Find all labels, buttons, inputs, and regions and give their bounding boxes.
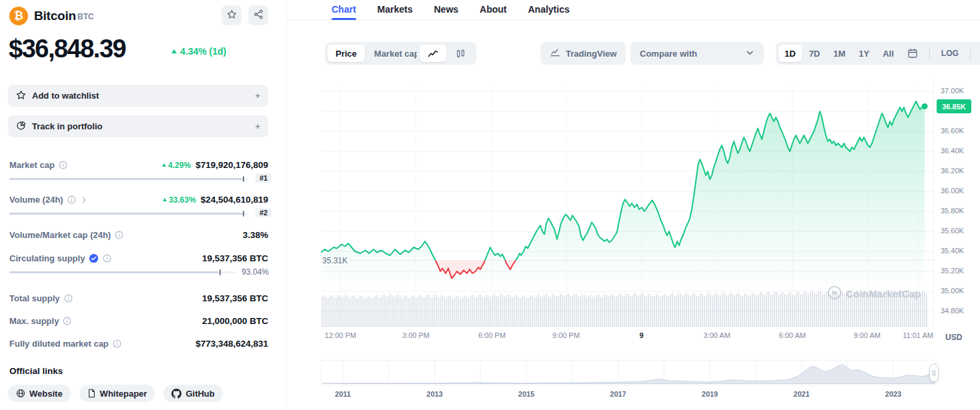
brush-year-tick: 2021 (793, 390, 809, 398)
currency-label: USD (945, 333, 962, 342)
stat-value: 19,537,356 BTC (202, 253, 268, 263)
x-axis-tick: 9:00 AM (854, 331, 881, 339)
tab-markets[interactable]: Markets (378, 0, 413, 20)
watchlist-star-button[interactable] (221, 5, 241, 25)
rank-badge: #1 (256, 173, 272, 183)
tab-chart[interactable]: Chart (332, 0, 356, 20)
github-link[interactable]: GitHub (163, 385, 222, 402)
coin-symbol: BTC (77, 12, 94, 21)
coin-sidebar: ₿ Bitcoin BTC $36,848.39 4.34% (1d) Add … (0, 0, 287, 410)
info-icon (115, 231, 123, 239)
range-1y[interactable]: 1Y (853, 45, 875, 62)
stat-row: Fully diluted market cap$773,348,624,831 (9, 338, 268, 349)
info-icon (64, 294, 73, 303)
bitcoin-logo-icon: ₿ (9, 7, 28, 25)
chart-panel: ChartMarketsNewsAboutAnalytics PriceMark… (287, 0, 980, 410)
y-axis-tick: 35.80K (941, 207, 974, 215)
globe-icon (16, 389, 25, 398)
add-to-watchlist-button[interactable]: Add to watchlist + (8, 85, 268, 107)
calendar-icon (907, 48, 918, 59)
stat-value: $719,920,176,809 (195, 160, 268, 170)
stat-row: Market cap4.29%$719,920,176,809 (9, 159, 268, 171)
stat-label: Volume (24h) (9, 195, 88, 205)
whitepaper-link[interactable]: Whitepaper (79, 385, 155, 402)
brush-year-tick: 2013 (426, 390, 442, 398)
y-axis-tick: 35.20K (941, 267, 974, 275)
brush-handle[interactable] (929, 364, 939, 382)
range-1m[interactable]: 1M (827, 45, 851, 62)
plus-icon: + (255, 121, 260, 131)
x-axis-tick: 3:00 AM (703, 331, 730, 339)
stat-value: 19,537,356 BTC (202, 293, 268, 303)
document-icon (87, 389, 96, 398)
brush-year-tick: 2023 (885, 390, 901, 398)
x-axis-tick: 11:01 AM (903, 331, 933, 339)
official-links-title: Official links (9, 366, 63, 376)
track-in-portfolio-button[interactable]: Track in portfolio + (8, 115, 268, 137)
stat-row: Total supply19,537,356 BTC (9, 293, 268, 304)
stat-change: 33.63% (163, 195, 196, 205)
line-chart-icon[interactable] (420, 45, 446, 62)
official-links: WebsiteWhitepaperGitHub (8, 385, 223, 402)
range-7d[interactable]: 7D (803, 45, 827, 62)
tab-analytics[interactable]: Analytics (528, 0, 570, 20)
x-axis-tick: 9:00 PM (552, 331, 580, 339)
x-axis-tick: 9 (640, 331, 644, 339)
tradingview-button[interactable]: TradingView (540, 42, 626, 65)
website-link[interactable]: Website (8, 385, 71, 402)
download-button[interactable] (976, 45, 980, 62)
candlestick-icon (456, 49, 466, 59)
star-icon (227, 9, 237, 22)
share-button[interactable] (248, 5, 268, 25)
x-axis-tick: 12:00 PM (325, 331, 356, 339)
rank-badge: #2 (256, 208, 272, 217)
y-axis-tick: 34.80K (941, 307, 974, 315)
verified-badge-icon (89, 253, 99, 263)
toggle-price[interactable]: Price (328, 45, 365, 62)
chart-type-toggle (417, 42, 476, 65)
compare-with-dropdown[interactable]: Compare with (630, 42, 764, 65)
y-axis-tick: 36.40K (941, 147, 974, 155)
candlestick-icon[interactable] (448, 45, 474, 62)
coin-tabs: ChartMarketsNewsAboutAnalytics (287, 0, 980, 20)
supply-percent-label: 93.04% (241, 267, 269, 277)
stat-label: Fully diluted market cap (9, 339, 121, 349)
y-axis-tick: 35.40K (941, 247, 974, 255)
stat-label: Total supply (9, 293, 73, 303)
calendar-button[interactable] (901, 45, 924, 62)
range-1d[interactable]: 1D (779, 45, 802, 62)
x-axis-tick: 6:00 PM (478, 331, 506, 339)
line-chart-icon (428, 49, 438, 58)
stat-label: Volume/Market cap (24h) (9, 230, 123, 240)
chevron-right-icon (80, 196, 88, 204)
x-axis-tick: 6:00 AM (779, 331, 806, 339)
svg-text:35.31K: 35.31K (322, 256, 348, 265)
info-icon (113, 339, 121, 348)
stat-value: $773,348,624,831 (195, 339, 268, 349)
stat-row: Volume (24h)33.63%$24,504,610,819 (9, 194, 268, 205)
stat-row: Max. supply21,000,000 BTC (9, 315, 268, 327)
stat-change: 4.29% (162, 161, 191, 170)
tradingview-chart-icon (550, 47, 560, 59)
range-all[interactable]: All (877, 45, 900, 62)
coinmarketcap-logo-icon (827, 285, 842, 302)
share-icon (254, 9, 264, 22)
brush-year-tick: 2015 (518, 390, 534, 398)
stat-value: $24,504,610,819 (201, 195, 268, 205)
info-icon (59, 161, 67, 169)
log-scale-button[interactable]: LOG (935, 45, 965, 62)
stat-progress-bar: 93.04% (9, 268, 269, 278)
y-axis-tick: 36.60K (941, 127, 974, 135)
coin-price: $36,848.39 (9, 35, 125, 63)
tab-about[interactable]: About (480, 0, 506, 20)
tab-news[interactable]: News (434, 0, 458, 20)
stat-value: 3.38% (243, 230, 268, 240)
y-axis-tick: 36.20K (941, 167, 974, 175)
history-brush-chart[interactable] (321, 360, 935, 385)
stat-label: Circulating supply (9, 253, 111, 263)
price-change: 4.34% (1d) (171, 46, 226, 57)
y-axis-tick: 35.00K (941, 287, 974, 295)
stat-label: Max. supply (9, 316, 71, 326)
brush-year-tick: 2017 (610, 390, 626, 398)
date-range-group: 1D7D1M1YAllLOG (776, 42, 980, 65)
